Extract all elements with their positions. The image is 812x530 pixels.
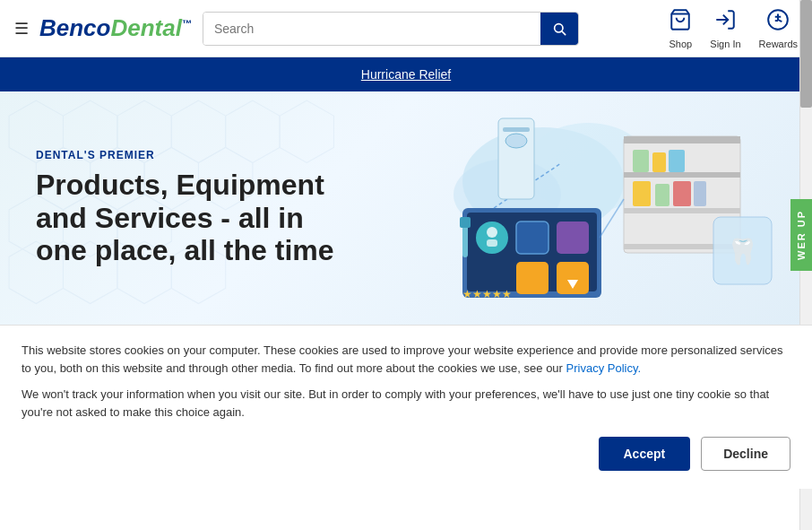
logo-benco: Benco — [39, 14, 110, 41]
svg-rect-42 — [516, 222, 549, 254]
logo-dental: Dental — [110, 14, 181, 41]
hero-content: DENTAL'S PREMIER Products, Equipment and… — [0, 131, 376, 285]
svg-rect-30 — [624, 208, 740, 213]
svg-text:★★★★★: ★★★★★ — [462, 288, 512, 300]
search-input[interactable] — [203, 13, 540, 45]
svg-point-51 — [505, 134, 527, 148]
rewards-icon — [766, 8, 790, 37]
hero-illustration: ★★★★★ 🦷 — [346, 91, 812, 325]
svg-rect-35 — [633, 181, 651, 206]
logo-tm: ™ — [182, 18, 192, 29]
cookie-text-2: We won't track your information when you… — [22, 386, 790, 421]
signin-label: Sign In — [710, 39, 740, 49]
svg-rect-32 — [633, 150, 649, 172]
search-bar — [203, 12, 579, 46]
svg-rect-44 — [516, 262, 549, 294]
rewards-action[interactable]: Rewards — [759, 8, 798, 49]
cookie-buttons: Accept Decline — [22, 437, 790, 471]
svg-rect-46 — [487, 239, 497, 247]
svg-rect-38 — [694, 181, 706, 206]
hurricane-relief-banner: Hurricane Relief — [0, 57, 812, 91]
hurricane-relief-link[interactable]: Hurricane Relief — [361, 67, 451, 82]
svg-rect-53 — [460, 217, 471, 228]
svg-rect-36 — [655, 184, 669, 206]
search-button[interactable] — [540, 13, 578, 45]
hero-subtitle: DENTAL'S PREMIER — [36, 149, 350, 161]
logo[interactable]: BencoDental™ — [39, 14, 192, 42]
decline-button[interactable]: Decline — [701, 437, 790, 471]
signin-action[interactable]: Sign In — [710, 8, 740, 49]
hero-section: DENTAL'S PREMIER Products, Equipment and… — [0, 91, 812, 325]
svg-line-1 — [562, 31, 566, 35]
svg-rect-37 — [673, 181, 691, 206]
svg-rect-57 — [557, 262, 589, 294]
scrollbar-thumb[interactable] — [800, 0, 812, 108]
shop-label: Shop — [669, 39, 692, 49]
shop-action[interactable]: Shop — [669, 8, 692, 49]
svg-text:🦷: 🦷 — [727, 237, 758, 266]
cookie-text-1: This website stores cookies on your comp… — [22, 342, 790, 377]
header-actions: Shop Sign In Rewards — [669, 8, 798, 49]
svg-rect-34 — [669, 150, 685, 172]
svg-rect-50 — [503, 127, 530, 132]
rewards-label: Rewards — [759, 39, 798, 49]
shop-icon — [669, 8, 692, 37]
power-up-tab[interactable]: WER UP — [790, 199, 812, 271]
hero-title: Products, Equipment and Services - all i… — [36, 169, 350, 267]
header: ☰ BencoDental™ Shop — [0, 0, 812, 57]
signin-icon — [713, 8, 737, 37]
hamburger-icon[interactable]: ☰ — [14, 19, 29, 39]
search-icon — [552, 22, 566, 36]
svg-rect-28 — [624, 136, 740, 143]
svg-rect-33 — [652, 152, 666, 172]
svg-rect-29 — [624, 172, 740, 178]
privacy-policy-link[interactable]: Privacy Policy. — [566, 361, 642, 375]
hero-illustration-svg: ★★★★★ 🦷 — [346, 91, 812, 325]
accept-button[interactable]: Accept — [599, 437, 691, 471]
cookie-banner: This website stores cookies on your comp… — [0, 325, 812, 489]
svg-rect-43 — [557, 222, 589, 254]
svg-point-45 — [487, 227, 497, 238]
